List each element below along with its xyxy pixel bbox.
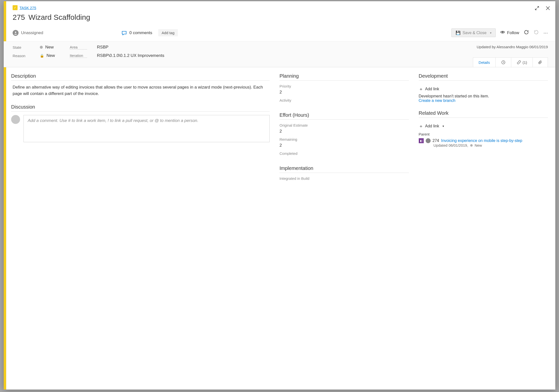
links-count: (1) (523, 60, 527, 65)
assigned-label: Unassigned (21, 30, 43, 35)
description-heading: Description (11, 73, 270, 81)
add-tag-button[interactable]: Add tag (158, 29, 178, 36)
development-status: Development hasn't started on this item. (419, 94, 548, 98)
reason-label: Reason (13, 54, 30, 58)
svg-point-0 (15, 31, 16, 33)
updated-by: Updated by Alessandro Maggio 06/01/2019 (477, 45, 548, 49)
remaining-label: Remaining (280, 137, 409, 141)
save-icon: 💾 (456, 30, 461, 35)
breadcrumb: ✓ TASK 275 (13, 5, 548, 10)
comments-count: 0 comments (129, 30, 152, 35)
save-label: Save & Close (463, 31, 487, 35)
state-dot-icon (470, 144, 473, 147)
tab-details[interactable]: Details (473, 58, 496, 67)
discussion-heading: Discussion (11, 104, 270, 112)
parent-label: Parent (419, 132, 548, 136)
state-label: State (13, 45, 30, 49)
expand-icon[interactable] (535, 6, 539, 11)
remaining-value[interactable]: 2 (280, 143, 409, 148)
svg-point-1 (502, 32, 503, 33)
related-work-heading: Related Work (419, 110, 548, 118)
priority-value[interactable]: 2 (280, 90, 409, 95)
activity-label: Activity (280, 98, 409, 102)
assigned-to[interactable]: Unassigned (13, 30, 121, 36)
related-avatar-icon (426, 138, 431, 143)
unassigned-avatar-icon (13, 30, 19, 36)
more-icon[interactable]: ⋯ (543, 30, 548, 36)
completed-label: Completed (280, 151, 409, 156)
tab-links[interactable]: (1) (511, 58, 533, 67)
save-button[interactable]: 💾 Save & Close ▾ (451, 28, 496, 37)
chevron-down-icon: ▾ (490, 31, 491, 35)
refresh-icon[interactable] (524, 29, 529, 36)
reason-value[interactable]: 🔒New (40, 53, 55, 58)
related-title[interactable]: Invoicing experience on mobile is step-b… (441, 138, 522, 143)
follow-button[interactable]: Follow (500, 30, 519, 36)
iteration-label: Iteration (70, 53, 87, 58)
related-state: New (475, 143, 482, 147)
work-item-id: 275 (13, 13, 25, 21)
follow-label: Follow (507, 30, 519, 35)
plus-icon: ＋ (419, 86, 423, 92)
plus-icon: ＋ (419, 123, 423, 129)
comments-button[interactable]: 0 comments (121, 30, 152, 36)
details-tabs: Details (1) (473, 57, 548, 67)
lock-icon: 🔒 (40, 54, 44, 58)
related-id: 274 (433, 138, 439, 143)
effort-heading: Effort (Hours) (280, 112, 409, 120)
eye-icon (500, 30, 505, 36)
integrated-build-label: Integrated in Build (280, 176, 409, 181)
current-user-avatar (11, 115, 20, 124)
add-development-link[interactable]: ＋ Add link (419, 86, 439, 92)
comment-input[interactable]: Add a comment. Use # to link a work item… (23, 115, 270, 142)
chevron-down-icon: ▾ (443, 124, 444, 128)
area-value[interactable]: RSBP (97, 45, 108, 50)
feature-type-icon: ◧ (419, 138, 424, 143)
area-label: Area (70, 45, 87, 49)
add-related-link[interactable]: ＋ Add link ▾ (419, 123, 444, 129)
state-dot-icon (40, 46, 43, 49)
task-type-icon: ✓ (13, 5, 18, 10)
task-link[interactable]: TASK 275 (20, 6, 36, 10)
work-item-name: Wizard Scaffolding (28, 13, 90, 21)
undo-icon[interactable] (534, 29, 539, 36)
close-icon[interactable] (545, 6, 550, 11)
original-estimate-label: Original Estimate (280, 123, 409, 127)
work-item-title[interactable]: 275Wizard Scaffolding (13, 13, 548, 22)
related-work-item[interactable]: ◧ 274 Invoicing experience on mobile is … (419, 138, 548, 143)
tab-attachments[interactable] (533, 58, 548, 67)
create-branch-link[interactable]: Create a new branch (419, 98, 548, 103)
tab-history[interactable] (496, 58, 511, 67)
iteration-value[interactable]: RSBP\0.1.0\0.1.2 UX Improvements (97, 53, 164, 58)
related-updated: Updated 06/01/2019, (434, 143, 468, 147)
original-estimate-value[interactable]: 2 (280, 129, 409, 134)
description-text[interactable]: Define an alternative way of editing inv… (11, 84, 270, 97)
development-heading: Development (419, 73, 548, 81)
state-value[interactable]: New (40, 45, 54, 50)
implementation-heading: Implementation (280, 165, 409, 173)
planning-heading: Planning (280, 73, 409, 81)
priority-label: Priority (280, 84, 409, 88)
